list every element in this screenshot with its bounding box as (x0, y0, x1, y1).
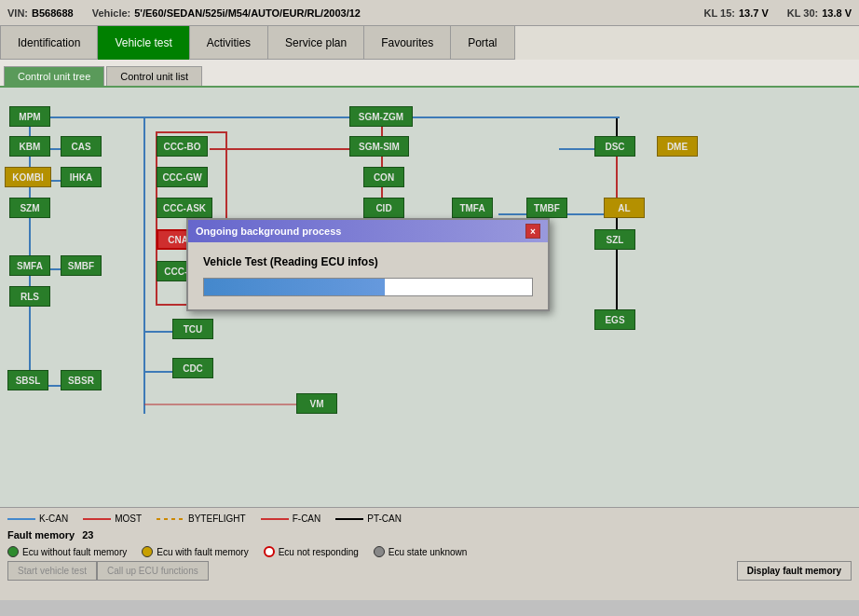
ecu-IHKA[interactable]: IHKA (61, 167, 102, 187)
legend-dot-with-fault (142, 546, 153, 557)
legend-not-responding-label: Ecu not responding (279, 547, 359, 557)
ecu-AL[interactable]: AL (604, 198, 645, 218)
tab-vehicle-test[interactable]: Vehicle test (98, 26, 189, 60)
subtab-control-unit-list[interactable]: Control unit list (106, 66, 202, 86)
kl30-label: KL 30: (787, 7, 818, 19)
ecu-legend: Ecu without fault memory Ecu with fault … (7, 546, 852, 557)
ecu-CON[interactable]: CON (363, 167, 404, 187)
kcan-legend: K-CAN (7, 513, 68, 524)
legend-state-unknown-label: Ecu state unknown (389, 547, 468, 557)
ecu-SMBF[interactable]: SMBF (61, 255, 102, 276)
progress-bar-container (203, 278, 533, 296)
ecu-CCC-ASK[interactable]: CCC-ASK (157, 198, 212, 218)
fcan-legend: F-CAN (261, 513, 321, 524)
kl15-label: KL 15: (704, 7, 735, 19)
most-line (83, 518, 111, 520)
fcan-label: F-CAN (293, 513, 321, 524)
display-fault-memory-button[interactable]: Display fault memory (737, 561, 852, 581)
ecu-CDC[interactable]: CDC (172, 358, 213, 378)
start-vehicle-test-button[interactable]: Start vehicle test (7, 561, 97, 581)
vin-label: VIN: (7, 7, 28, 19)
ptcan-legend: PT-CAN (335, 513, 402, 524)
most-label: MOST (115, 513, 142, 524)
tab-favourites[interactable]: Favourites (364, 26, 451, 60)
call-up-ecu-button[interactable]: Call up ECU functions (97, 561, 209, 581)
legend-with-fault-label: Ecu with fault memory (157, 547, 248, 557)
ecu-SGM-SIM[interactable]: SGM-SIM (349, 136, 409, 157)
nav-tabs: Identification Vehicle test Activities S… (0, 26, 859, 60)
ecu-DME[interactable]: DME (657, 136, 698, 157)
ptcan-line (335, 518, 363, 520)
legend-no-fault: Ecu without fault memory (7, 546, 127, 557)
dialog-overlay: Ongoing background process × Vehicle Tes… (0, 88, 859, 507)
ecu-RLS[interactable]: RLS (9, 286, 50, 307)
dialog: Ongoing background process × Vehicle Tes… (186, 218, 550, 311)
ecu-MPM[interactable]: MPM (9, 106, 50, 127)
most-legend: MOST (83, 513, 142, 524)
vin-value: B568688 (32, 7, 74, 19)
ecu-CCC-GW[interactable]: CCC-GW (157, 167, 208, 187)
ecu-SMFA[interactable]: SMFA (9, 255, 50, 276)
ecu-SBSL[interactable]: SBSL (7, 370, 48, 390)
dialog-titlebar: Ongoing background process × (188, 220, 548, 242)
tab-service-plan[interactable]: Service plan (268, 26, 364, 60)
dialog-title: Ongoing background process (196, 226, 341, 237)
sub-tabs: Control unit tree Control unit list (0, 60, 859, 88)
tab-portal[interactable]: Portal (451, 26, 514, 60)
legend-with-fault: Ecu with fault memory (142, 546, 248, 557)
vehicle-value: 5'/E60/SEDAN/525i/M54/AUTO/EUR/RL/2003/1… (134, 7, 361, 19)
legend-dot-not-responding (264, 546, 275, 557)
ptcan-label: PT-CAN (367, 513, 402, 524)
ecu-VM[interactable]: VM (296, 393, 337, 414)
kl15-value: 13.7 V (739, 7, 769, 19)
fcan-line (261, 518, 289, 520)
main-content: MPM KBM KOMBI SZM SMFA RLS CAS IHKA SMBF… (0, 88, 859, 507)
top-bar: VIN: B568688 Vehicle: 5'/E60/SEDAN/525i/… (0, 0, 859, 26)
bottom-section: K-CAN MOST BYTEFLIGHT F-CAN PT-CAN Fault… (0, 507, 859, 600)
ecu-CID[interactable]: CID (363, 198, 404, 218)
bottom-buttons: Start vehicle test Call up ECU functions… (7, 561, 852, 581)
fault-memory-value: 23 (82, 529, 93, 541)
ecu-SZL[interactable]: SZL (594, 229, 635, 250)
ecu-CCC-BO[interactable]: CCC-BO (157, 136, 208, 157)
dialog-close-button[interactable]: × (525, 224, 540, 239)
legend-dot-no-fault (7, 546, 19, 557)
ecu-DSC[interactable]: DSC (594, 136, 635, 157)
legend-not-responding: Ecu not responding (264, 546, 359, 557)
byteflight-label: BYTEFLIGHT (188, 513, 246, 524)
legend-no-fault-label: Ecu without fault memory (22, 547, 127, 557)
byteflight-legend: BYTEFLIGHT (157, 513, 246, 524)
ecu-SGM-ZGM[interactable]: SGM-ZGM (349, 106, 413, 127)
subtab-control-unit-tree[interactable]: Control unit tree (4, 66, 104, 86)
kl30-value: 13.8 V (822, 7, 852, 19)
legend-line: K-CAN MOST BYTEFLIGHT F-CAN PT-CAN (7, 513, 852, 524)
ecu-SBSR[interactable]: SBSR (61, 370, 102, 390)
progress-bar-fill (204, 279, 385, 295)
ecu-TCU[interactable]: TCU (172, 319, 213, 339)
fault-memory-label: Fault memory (7, 529, 75, 541)
ecu-TMBF[interactable]: TMBF (526, 198, 567, 218)
tab-identification[interactable]: Identification (0, 26, 98, 60)
ecu-CAS[interactable]: CAS (61, 136, 102, 157)
dialog-body-title: Vehicle Test (Reading ECU infos) (203, 255, 533, 268)
kcan-label: K-CAN (39, 513, 68, 524)
ecu-SZM[interactable]: SZM (9, 198, 50, 218)
ecu-TMFA[interactable]: TMFA (452, 198, 493, 218)
ecu-KOMBI[interactable]: KOMBI (5, 167, 51, 187)
byteflight-line (157, 518, 184, 520)
kcan-line (7, 518, 35, 520)
dialog-body: Vehicle Test (Reading ECU infos) (188, 242, 548, 309)
legend-dot-state-unknown (374, 546, 385, 557)
fault-memory-line: Fault memory 23 (7, 529, 852, 541)
ecu-KBM[interactable]: KBM (9, 136, 50, 157)
tab-activities[interactable]: Activities (190, 26, 268, 60)
legend-state-unknown: Ecu state unknown (374, 546, 468, 557)
vehicle-label: Vehicle: (92, 7, 131, 19)
ecu-EGS[interactable]: EGS (594, 309, 635, 330)
